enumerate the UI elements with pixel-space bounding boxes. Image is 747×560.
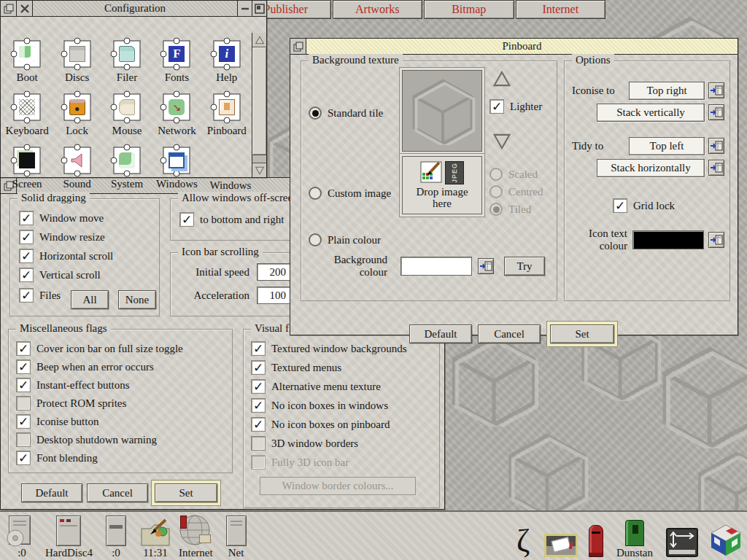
- iconbar-label: Dunstan: [616, 548, 653, 559]
- lock-item[interactable]: ●Lock: [52, 90, 101, 144]
- tidy-position-field[interactable]: Top left: [629, 137, 705, 155]
- windows-cancel-button[interactable]: Cancel: [87, 483, 148, 502]
- offscreen-checkbox[interactable]: ✓: [179, 212, 194, 227]
- initial-speed-field[interactable]: 200: [257, 263, 290, 281]
- fonts-item[interactable]: FFonts: [152, 37, 201, 90]
- background-colour-menu-icon[interactable]: [478, 258, 494, 274]
- pinboard-titlebar[interactable]: Pinboard: [290, 39, 738, 55]
- icon-text-colour-menu-icon[interactable]: [708, 232, 724, 248]
- toggle-size-icon[interactable]: [252, 1, 266, 16]
- fonts-icon: F: [169, 46, 185, 62]
- no-icon-boxes-pinboard-checkbox[interactable]: ✓: [251, 417, 266, 432]
- internet-button[interactable]: Internet: [516, 0, 606, 19]
- textured-backgrounds-checkbox[interactable]: ✓: [251, 341, 266, 356]
- acceleration-field[interactable]: 100: [257, 287, 290, 304]
- horizontal-scroll-checkbox[interactable]: ✓: [19, 249, 34, 263]
- back-icon[interactable]: [290, 39, 306, 54]
- vertical-scroll-checkbox[interactable]: ✓: [19, 268, 34, 282]
- network-item[interactable]: ↘Network: [152, 90, 201, 144]
- scroll-down-icon[interactable]: [252, 163, 266, 177]
- apps-folder-item[interactable]: 11:31: [139, 515, 171, 559]
- discs-item[interactable]: Discs: [52, 37, 101, 90]
- vertical-scrollbar[interactable]: [252, 33, 266, 177]
- filer-item[interactable]: Filer: [102, 37, 152, 90]
- windows-icon: [169, 152, 185, 168]
- tidy-stack-field[interactable]: Stack horizontally: [597, 159, 705, 177]
- pinboard-default-button[interactable]: Default: [409, 324, 472, 343]
- plain-colour-radio[interactable]: [309, 233, 322, 246]
- initial-speed-label: Initial speed: [171, 266, 249, 279]
- mouse-item[interactable]: Mouse: [102, 90, 152, 144]
- tidy-position-menu-icon[interactable]: [708, 138, 724, 154]
- custom-image-radio[interactable]: [309, 187, 322, 200]
- riscos-cube-item[interactable]: [709, 515, 743, 559]
- shutdown-warning-checkbox[interactable]: [16, 432, 31, 447]
- paintbrush-icon: [144, 518, 169, 537]
- configuration-titlebar[interactable]: Configuration: [1, 1, 266, 17]
- iconise-button-checkbox[interactable]: ✓: [16, 414, 31, 429]
- standard-tile-radio[interactable]: [309, 106, 322, 120]
- background-colour-field[interactable]: [400, 257, 472, 276]
- grid-lock-checkbox[interactable]: ✓: [613, 198, 627, 213]
- no-icon-boxes-windows-checkbox[interactable]: ✓: [251, 398, 266, 413]
- texture-next-icon[interactable]: [492, 133, 511, 150]
- all-button[interactable]: All: [71, 290, 109, 309]
- protect-rom-checkbox[interactable]: [16, 396, 31, 411]
- texture-previous-icon[interactable]: [492, 70, 511, 88]
- bitmap-button[interactable]: Bitmap: [424, 0, 514, 19]
- try-button[interactable]: Try: [504, 257, 545, 276]
- window-move-checkbox[interactable]: ✓: [19, 211, 34, 225]
- internet-item[interactable]: Internet: [179, 515, 213, 559]
- mail-item[interactable]: [544, 515, 578, 559]
- scrollbar-thumb[interactable]: [252, 47, 266, 155]
- none-button[interactable]: None: [118, 290, 156, 309]
- artworks-button[interactable]: Artworks: [333, 0, 423, 19]
- windows-item[interactable]: Windows: [152, 144, 201, 197]
- green-postbox-item[interactable]: Dunstan: [614, 515, 655, 559]
- scroll-up-icon[interactable]: [252, 33, 266, 47]
- net-item[interactable]: Net: [220, 515, 252, 559]
- pinboard-set-button[interactable]: Set: [550, 324, 614, 343]
- back-icon[interactable]: [1, 1, 17, 16]
- instant-effect-checkbox[interactable]: ✓: [16, 378, 31, 392]
- pinboard-cancel-button[interactable]: Cancel: [478, 324, 541, 343]
- cover-iconbar-checkbox[interactable]: ✓: [16, 341, 31, 356]
- boot-item[interactable]: Boot: [2, 37, 52, 90]
- screen-item[interactable]: Screen: [2, 144, 52, 197]
- scrollbar-track[interactable]: [252, 155, 266, 163]
- help-item[interactable]: iHelp: [202, 37, 252, 90]
- tidy-stack-menu-icon[interactable]: [708, 160, 724, 176]
- keyboard-item[interactable]: Keyboard: [2, 90, 52, 144]
- lighter-checkbox[interactable]: ✓: [489, 99, 504, 114]
- zap-item[interactable]: ζ: [512, 515, 534, 559]
- drop-image-target[interactable]: JPEG Drop image here: [402, 156, 482, 214]
- checkbox-label: Window move: [39, 212, 104, 225]
- iconise-position-menu-icon[interactable]: [708, 82, 724, 98]
- beep-checkbox[interactable]: ✓: [16, 359, 31, 374]
- close-icon[interactable]: [17, 1, 33, 16]
- harddisc-item[interactable]: HardDisc4: [45, 515, 93, 559]
- sound-item[interactable]: Sound: [52, 144, 101, 197]
- icon-label: Keyboard: [6, 125, 49, 137]
- iconise-stack-menu-icon[interactable]: [708, 104, 724, 120]
- font-blending-checkbox[interactable]: ✓: [16, 451, 31, 465]
- system-item[interactable]: System: [102, 144, 152, 197]
- cdrom-drive-item[interactable]: :0: [6, 515, 38, 559]
- iconise-stack-field[interactable]: Stack vertically: [597, 104, 705, 122]
- files-checkbox[interactable]: ✓: [19, 288, 34, 303]
- pinboard-item[interactable]: Pinboard: [202, 90, 252, 144]
- display-setup-item[interactable]: [665, 515, 699, 559]
- 3d-borders-checkbox[interactable]: [251, 436, 266, 451]
- icon-text-colour-swatch[interactable]: [632, 230, 704, 249]
- window-resize-checkbox[interactable]: ✓: [19, 230, 34, 244]
- windows-set-button[interactable]: Set: [155, 483, 217, 502]
- windows-default-button[interactable]: Default: [21, 483, 82, 502]
- red-postbox-item[interactable]: [588, 515, 604, 559]
- alt-menu-texture-checkbox[interactable]: ✓: [251, 379, 266, 394]
- small-postbox-icon: [180, 516, 187, 529]
- textured-menus-checkbox[interactable]: ✓: [251, 360, 266, 375]
- iconise-icon[interactable]: [237, 1, 252, 16]
- floppy-drive-item[interactable]: :0: [100, 515, 132, 559]
- iconise-position-field[interactable]: Top right: [629, 82, 705, 100]
- iconbar-label: Net: [228, 548, 244, 559]
